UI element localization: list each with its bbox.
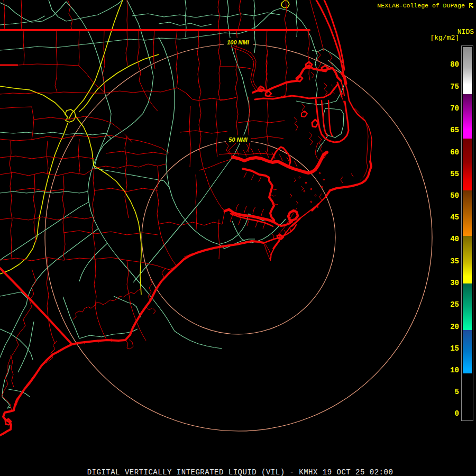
svg-text:DIGITAL VERTICALLY INTEGRATED: DIGITAL VERTICALLY INTEGRATED LIQUID (VI…	[87, 468, 393, 476]
svg-text:0: 0	[455, 409, 459, 418]
svg-text:75: 75	[450, 83, 459, 91]
svg-text:5: 5	[455, 388, 459, 396]
svg-text:100 NMI: 100 NMI	[227, 39, 250, 45]
svg-text:70: 70	[450, 104, 459, 113]
svg-text:40: 40	[450, 235, 459, 243]
svg-text:65: 65	[450, 126, 459, 134]
svg-text:NIDS: NIDS	[457, 28, 474, 36]
svg-text:25: 25	[450, 300, 459, 309]
svg-text:60: 60	[450, 148, 459, 157]
svg-text:80: 80	[450, 60, 459, 69]
svg-text:35: 35	[450, 257, 459, 266]
svg-text:NEXLAB-College of DuPage: NEXLAB-College of DuPage	[377, 2, 465, 9]
svg-text:[kg/m2]: [kg/m2]	[430, 34, 459, 42]
svg-text:20: 20	[450, 323, 459, 331]
svg-text:30: 30	[450, 279, 459, 287]
svg-text:50 NMI: 50 NMI	[228, 136, 248, 143]
svg-text:50: 50	[450, 191, 459, 200]
svg-text:55: 55	[450, 170, 459, 178]
svg-text:45: 45	[450, 213, 459, 222]
svg-text:10: 10	[450, 366, 459, 374]
svg-text:15: 15	[450, 344, 459, 353]
